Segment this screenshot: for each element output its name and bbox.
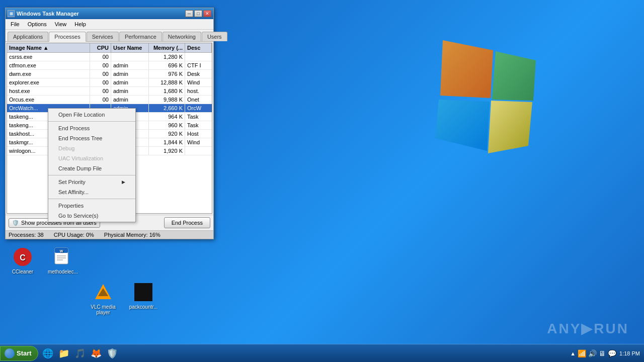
titlebar[interactable]: ⊞ Windows Task Manager ─ □ ✕ — [6, 8, 213, 19]
cell-desc: Task — [185, 121, 212, 129]
window-controls: ─ □ ✕ — [185, 10, 211, 17]
cell-desc — [185, 147, 212, 155]
menu-file[interactable]: File — [8, 20, 23, 28]
cell-desc: Host — [185, 130, 212, 138]
cell-mem: 976 K — [149, 70, 185, 78]
cell-user: admin — [111, 87, 149, 95]
minimize-button[interactable]: ─ — [185, 10, 193, 17]
title-text: Windows Task Manager — [17, 11, 79, 17]
ctx-set-priority[interactable]: Set Priority ▶ — [48, 177, 135, 187]
windows-logo — [403, 30, 543, 182]
tab-processes[interactable]: Processes — [49, 32, 86, 42]
cell-desc: Wind — [185, 138, 212, 146]
ctx-arrow-icon: ▶ — [122, 179, 125, 185]
cell-desc: Desk — [185, 70, 212, 78]
taskbar-ie-icon[interactable]: 🌐 — [40, 348, 55, 359]
table-row[interactable]: host.exe 00 admin 1,680 K host. — [7, 87, 212, 96]
ccleaner-label: CCleaner — [12, 269, 33, 275]
vlc-label: VLC media player — [86, 304, 121, 315]
table-row[interactable]: ctfmon.exe 00 admin 696 K CTF I — [7, 61, 212, 70]
methodelec-label: methodelec... — [48, 269, 78, 275]
cell-user — [111, 53, 149, 61]
menu-view[interactable]: View — [52, 20, 70, 28]
col-header-name[interactable]: Image Name ▲ — [7, 43, 90, 52]
col-header-cpu[interactable]: CPU — [90, 43, 111, 52]
methodelec-icon: W — [52, 246, 73, 267]
memory-usage: Physical Memory: 16% — [104, 232, 160, 238]
cell-cpu: 00 — [90, 96, 111, 104]
close-button[interactable]: ✕ — [203, 10, 211, 17]
ctx-go-to-service[interactable]: Go to Service(s) — [48, 211, 135, 221]
cell-user: admin — [111, 96, 149, 104]
ctx-set-affinity[interactable]: Set Affinity... — [48, 187, 135, 197]
cell-desc: Onet — [185, 96, 212, 104]
tray-network-icon[interactable]: 📶 — [578, 349, 586, 357]
tray-monitor-icon[interactable]: 🖥 — [599, 349, 606, 357]
cell-mem: 12,888 K — [149, 78, 185, 86]
cell-cpu: 00 — [90, 70, 111, 78]
start-orb — [5, 348, 15, 358]
cell-mem: 1,920 K — [149, 147, 185, 155]
svg-rect-10 — [100, 296, 106, 299]
menu-options[interactable]: Options — [25, 20, 50, 28]
taskbar-antivirus-icon[interactable]: 🛡️ — [105, 348, 120, 359]
cell-name: dwm.exe — [7, 70, 90, 78]
cell-desc: CTF I — [185, 61, 212, 69]
col-header-user[interactable]: User Name — [111, 43, 149, 52]
taskbar-firefox-icon[interactable]: 🦊 — [89, 348, 104, 359]
taskbar-tasks: 🌐 📁 🎵 🦊 🛡️ — [40, 346, 567, 360]
tab-services[interactable]: Services — [87, 32, 119, 41]
ctx-open-file-location[interactable]: Open File Location — [48, 110, 135, 120]
desktop-icons-container: C CCleaner W methodelec... — [5, 246, 161, 315]
cell-name: explorer.exe — [7, 78, 90, 86]
taskbar-right: ▲ 📶 🔊 🖥 💬 1:18 PM — [566, 349, 644, 357]
desktop-icon-vlc[interactable]: VLC media player — [86, 282, 121, 315]
tab-networking[interactable]: Networking — [163, 32, 201, 41]
col-header-mem[interactable]: Memory (... — [149, 43, 185, 52]
desktop-icon-ccleaner[interactable]: C CCleaner — [5, 246, 40, 315]
cell-cpu: 00 — [90, 78, 111, 86]
cell-desc: Wind — [185, 78, 212, 86]
cpu-usage: CPU Usage: 0% — [54, 232, 94, 238]
ctx-end-process[interactable]: End Process — [48, 123, 135, 133]
tab-users[interactable]: Users — [202, 32, 227, 41]
tray-volume-icon[interactable]: 🔊 — [588, 349, 597, 357]
start-button[interactable]: Start — [0, 346, 38, 361]
time-text: 1:18 PM — [619, 350, 640, 356]
table-row[interactable]: explorer.exe 00 admin 12,888 K Wind — [7, 78, 212, 87]
cell-desc: host. — [185, 87, 212, 95]
table-row[interactable]: dwm.exe 00 admin 976 K Desk — [7, 70, 212, 78]
cell-user: admin — [111, 61, 149, 69]
context-menu: Open File Location End Process End Proce… — [48, 108, 136, 222]
tm-icon: ⊞ — [8, 10, 15, 17]
tab-performance[interactable]: Performance — [119, 32, 162, 41]
system-tray-icons: ▲ 📶 🔊 🖥 💬 — [570, 349, 616, 357]
cell-cpu: 00 — [90, 87, 111, 95]
col-header-desc[interactable]: Desc — [185, 43, 212, 52]
desktop-icon-packcountr[interactable]: packcountr... — [126, 282, 161, 315]
statusbar: Processes: 38 CPU Usage: 0% Physical Mem… — [6, 230, 213, 239]
taskbar: Start 🌐 📁 🎵 🦊 🛡️ ▲ 📶 🔊 🖥 💬 1:18 PM — [0, 344, 644, 362]
desktop-icon-methodelec[interactable]: W methodelec... — [45, 246, 80, 315]
table-row[interactable]: csrss.exe 00 1,280 K — [7, 53, 212, 61]
cell-mem: 1,844 K — [149, 138, 185, 146]
tab-applications[interactable]: Applications — [8, 32, 48, 41]
start-label: Start — [17, 349, 32, 357]
table-row[interactable]: Orcus.exe 00 admin 9,988 K Onet — [7, 96, 212, 104]
cell-cpu: 00 — [90, 61, 111, 69]
clock[interactable]: 1:18 PM — [619, 350, 640, 356]
ctx-create-dump-file[interactable]: Create Dump File — [48, 163, 135, 173]
taskbar-media-icon[interactable]: 🎵 — [72, 348, 88, 359]
menu-help[interactable]: Help — [71, 20, 89, 28]
tab-bar: Applications Processes Services Performa… — [6, 30, 213, 42]
tray-arrow-icon[interactable]: ▲ — [570, 350, 576, 356]
cell-user: admin — [111, 70, 149, 78]
end-process-button[interactable]: End Process — [164, 217, 210, 228]
maximize-button[interactable]: □ — [194, 10, 202, 17]
taskbar-explorer-icon[interactable]: 📁 — [56, 348, 71, 359]
ctx-separator-2 — [48, 175, 135, 175]
cell-mem: 9,988 K — [149, 96, 185, 104]
ctx-end-process-tree[interactable]: End Process Tree — [48, 133, 135, 143]
tray-message-icon[interactable]: 💬 — [608, 349, 616, 357]
ctx-properties[interactable]: Properties — [48, 201, 135, 211]
